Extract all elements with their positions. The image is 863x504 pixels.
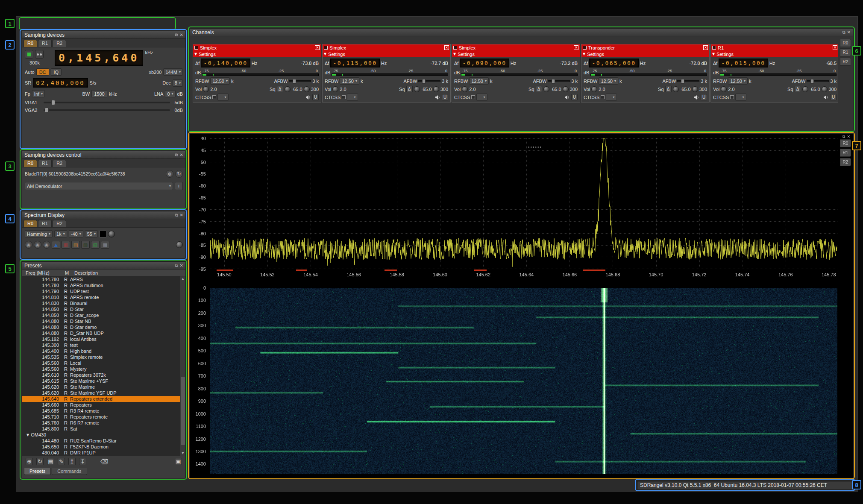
- preset-row[interactable]: 145.300Rtest: [22, 342, 185, 348]
- channel-settings-bar[interactable]: ▼ Settings: [581, 51, 709, 57]
- deltaf-display[interactable]: -0,140,000: [201, 59, 250, 67]
- fft-size-select[interactable]: 1k▾: [54, 230, 67, 237]
- undock-icon[interactable]: ⧉: [175, 32, 178, 38]
- squelch-knob[interactable]: [673, 86, 679, 92]
- power-range-select[interactable]: 55▾: [85, 230, 98, 237]
- channel-enable-checkbox[interactable]: [712, 46, 716, 50]
- max-hold-icon[interactable]: ▲: [52, 241, 60, 249]
- udp-button[interactable]: U: [701, 94, 707, 100]
- ctcss-select[interactable]: --▾: [476, 94, 487, 101]
- waterfall-icon[interactable]: ▤: [71, 241, 80, 249]
- preset-scrollbar[interactable]: ▲▼: [180, 276, 185, 456]
- channel-titlebar[interactable]: Simplex ✕: [452, 44, 580, 51]
- iq-correction-button[interactable]: IQ: [51, 68, 62, 76]
- splitter-handle[interactable]: ••••••: [528, 145, 542, 149]
- udp-button[interactable]: U: [312, 94, 319, 100]
- rfbw-select[interactable]: 12.50▾: [599, 77, 618, 85]
- channels-side-tab-r2[interactable]: R2: [840, 58, 851, 66]
- rfbw-select[interactable]: 12.50▾: [469, 77, 489, 85]
- channel-type-select[interactable]: AM Demodulator▾: [25, 182, 173, 190]
- preset-row[interactable]: 145.560RMystery: [22, 366, 185, 372]
- panel-titlebar[interactable]: Presets ⧉ ✕: [22, 262, 185, 270]
- preset-row[interactable]: 144.850RD-Star_scope: [22, 312, 185, 318]
- preset-row[interactable]: 430.040RDMR IP1UP: [22, 450, 185, 456]
- deltaf-display[interactable]: -0,090,000: [460, 59, 509, 67]
- collapse-icon[interactable]: ▼: [453, 52, 456, 56]
- preset-row[interactable]: 145.560RLocal: [22, 360, 185, 366]
- preset-row[interactable]: 145.710RRepeaters remote: [22, 414, 185, 420]
- ctcss-checkbox[interactable]: [342, 95, 346, 99]
- undock-icon[interactable]: ⧉: [842, 135, 845, 139]
- panel-titlebar[interactable]: Sampling devices control ⧉ ✕: [22, 151, 185, 159]
- volume-knob[interactable]: [591, 86, 597, 92]
- preset-row[interactable]: 145.535RSimplex remote: [22, 354, 185, 360]
- preset-row[interactable]: 144.880RD-Star demo: [22, 324, 185, 330]
- channel-titlebar[interactable]: Transponder ✕: [581, 44, 709, 51]
- udp-button[interactable]: U: [442, 94, 448, 100]
- control-tab-r0[interactable]: R0: [23, 160, 37, 167]
- squelch-gate-knob[interactable]: [433, 86, 439, 92]
- squelch-gate-knob[interactable]: [304, 86, 310, 92]
- spectrogram-icon[interactable]: ▨: [81, 241, 90, 249]
- ref-level-select[interactable]: -40▾: [69, 230, 83, 237]
- channel-close-icon[interactable]: ✕: [315, 45, 320, 50]
- channel-enable-checkbox[interactable]: [324, 46, 328, 50]
- edit-preset-icon[interactable]: ✎: [58, 458, 65, 465]
- grid-icon[interactable]: ▦: [101, 241, 109, 249]
- bw-value[interactable]: 1500: [91, 90, 107, 97]
- channel-enable-checkbox[interactable]: [583, 46, 587, 50]
- afbw-slider[interactable]: [548, 80, 570, 82]
- channel-settings-bar[interactable]: ▼ Settings: [323, 51, 450, 57]
- channel-enable-checkbox[interactable]: [453, 46, 457, 50]
- squelch-gate-knob[interactable]: [822, 86, 828, 92]
- spectrum-plot[interactable]: [210, 138, 837, 269]
- preset-group-row[interactable]: ▼OM430: [22, 432, 185, 438]
- close-icon[interactable]: ✕: [180, 213, 183, 218]
- center-frequency-display[interactable]: 0,145,640: [55, 50, 143, 66]
- preset-row[interactable]: 145.685RR3 R4 remote: [22, 408, 185, 414]
- collapse-icon[interactable]: ▼: [712, 52, 715, 56]
- sample-rate-display[interactable]: 02,400,000: [33, 78, 88, 88]
- decimation-select[interactable]: 8▾: [173, 79, 183, 87]
- scroll-down-icon[interactable]: ▼: [180, 451, 185, 456]
- channel-close-icon[interactable]: ✕: [833, 45, 837, 50]
- ctcss-checkbox[interactable]: [730, 95, 734, 99]
- preset-row[interactable]: 145.610RRepeaters 3072k: [22, 372, 185, 378]
- sampling-tab-r2[interactable]: R2: [53, 40, 66, 47]
- channel-settings-bar[interactable]: ▼ Settings: [711, 51, 838, 57]
- preset-row[interactable]: 145.760RR6 R7 remote: [22, 420, 185, 426]
- export-preset-icon[interactable]: ↥: [68, 458, 76, 465]
- squelch-knob[interactable]: [543, 86, 549, 92]
- channel-settings-bar[interactable]: ▼ Settings: [452, 51, 580, 57]
- preset-row[interactable]: 144.830RBinaural: [22, 300, 185, 306]
- preset-row[interactable]: 145.192Rlocal Antibes: [22, 336, 185, 342]
- volume-knob[interactable]: [462, 86, 468, 92]
- specdisp-tab-r0[interactable]: R0: [23, 220, 37, 227]
- squelch-delta-button[interactable]: Δ: [795, 86, 801, 92]
- ctcss-checkbox[interactable]: [601, 95, 605, 99]
- channel-titlebar[interactable]: Simplex ✕: [193, 44, 321, 51]
- bottom-tab-presets[interactable]: Presets: [24, 468, 51, 475]
- squelch-knob[interactable]: [802, 86, 808, 92]
- preset-row[interactable]: 144.810RAPRS remote: [22, 294, 185, 300]
- deltaf-display[interactable]: -0,115,000: [330, 59, 379, 67]
- volume-knob[interactable]: [721, 86, 727, 92]
- preset-row[interactable]: 144.790RUDP test: [22, 288, 185, 294]
- afbw-slider[interactable]: [807, 80, 829, 82]
- add-preset-icon[interactable]: ⊕: [26, 458, 33, 465]
- squelch-delta-button[interactable]: Δ: [277, 86, 283, 92]
- squelch-delta-button[interactable]: Δ: [536, 86, 542, 92]
- preset-row[interactable]: 144.780RAPRS: [22, 276, 185, 282]
- afbw-slider[interactable]: [289, 80, 311, 82]
- preset-row[interactable]: 145.660RRepeaters: [22, 402, 185, 408]
- record-button[interactable]: [35, 50, 44, 59]
- start-stop-button[interactable]: [25, 50, 33, 59]
- vga2-slider[interactable]: [44, 109, 170, 111]
- preset-row[interactable]: 145.800RSat: [22, 426, 185, 432]
- sampling-tab-r1[interactable]: R1: [38, 40, 52, 47]
- server-icon[interactable]: ◉: [34, 241, 41, 249]
- udp-button[interactable]: U: [830, 94, 837, 100]
- channel-titlebar[interactable]: Simplex ✕: [323, 44, 450, 51]
- display-knob[interactable]: [176, 241, 183, 248]
- sampling-tab-r0[interactable]: R0: [23, 40, 37, 47]
